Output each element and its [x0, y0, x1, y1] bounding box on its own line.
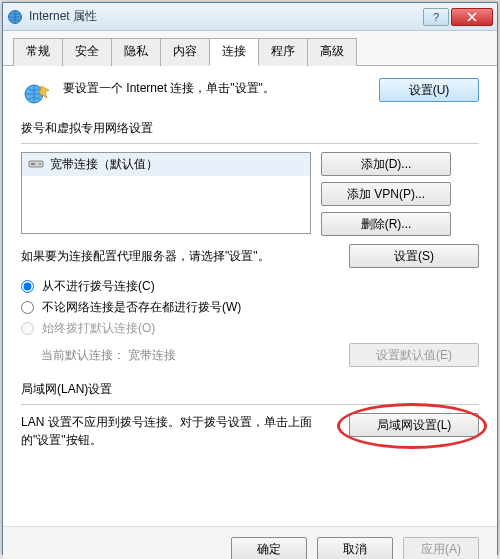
dial-list-row: 宽带连接（默认值） 添加(D)... 添加 VPN(P)... 删除(R)...: [21, 152, 479, 236]
radio-never-input[interactable]: [21, 280, 34, 293]
apply-button: 应用(A): [403, 537, 479, 559]
tab-privacy[interactable]: 隐私: [111, 38, 161, 66]
list-item[interactable]: 宽带连接（默认值）: [22, 153, 310, 176]
close-button[interactable]: [451, 8, 493, 26]
radio-whenever[interactable]: 不论网络连接是否存在都进行拨号(W): [21, 299, 479, 316]
internet-options-icon: [7, 9, 23, 25]
radio-always-input: [21, 322, 34, 335]
default-value: 宽带连接: [128, 348, 176, 362]
current-default-text: 当前默认连接： 宽带连接: [21, 347, 349, 364]
modem-icon: [28, 157, 44, 172]
radio-whenever-input[interactable]: [21, 301, 34, 314]
tab-advanced[interactable]: 高级: [307, 38, 357, 66]
help-button[interactable]: ?: [423, 8, 449, 26]
radio-never[interactable]: 从不进行拨号连接(C): [21, 278, 479, 295]
tab-panel-connections: 要设置一个 Internet 连接，单击"设置"。 设置(U) 拨号和虚拟专用网…: [3, 66, 497, 526]
dial-radios: 从不进行拨号连接(C) 不论网络连接是否存在都进行拨号(W) 始终拨打默认连接(…: [21, 278, 479, 337]
tab-programs[interactable]: 程序: [258, 38, 308, 66]
default-label: 当前默认连接：: [41, 348, 125, 362]
dial-group-label: 拨号和虚拟专用网络设置: [21, 120, 479, 137]
window-controls: ?: [423, 8, 493, 26]
tab-security[interactable]: 安全: [62, 38, 112, 66]
remove-button[interactable]: 删除(R)...: [321, 212, 451, 236]
tab-general[interactable]: 常规: [13, 38, 63, 66]
dialog-window: Internet 属性 ? 常规 安全 隐私 内容 连接 程序 高级 要设置一个…: [2, 2, 498, 555]
settings-button[interactable]: 设置(S): [349, 244, 479, 268]
connection-name: 宽带连接（默认值）: [50, 156, 158, 173]
tab-content[interactable]: 内容: [160, 38, 210, 66]
lan-settings-button[interactable]: 局域网设置(L): [349, 413, 479, 437]
default-row: 当前默认连接： 宽带连接 设置默认值(E): [21, 343, 479, 367]
connections-listbox[interactable]: 宽带连接（默认值）: [21, 152, 311, 234]
lan-row: LAN 设置不应用到拨号连接。对于拨号设置，单击上面的"设置"按钮。 局域网设置…: [21, 413, 479, 449]
add-vpn-button[interactable]: 添加 VPN(P)...: [321, 182, 451, 206]
setup-button[interactable]: 设置(U): [379, 78, 479, 102]
set-default-button: 设置默认值(E): [349, 343, 479, 367]
titlebar: Internet 属性 ?: [3, 3, 497, 31]
radio-always-default: 始终拨打默认连接(O): [21, 320, 479, 337]
ok-button[interactable]: 确定: [231, 537, 307, 559]
svg-rect-3: [31, 163, 35, 165]
radio-always-label: 始终拨打默认连接(O): [42, 320, 155, 337]
lan-group: 局域网(LAN)设置 LAN 设置不应用到拨号连接。对于拨号设置，单击上面的"设…: [21, 381, 479, 449]
globe-connect-icon: [21, 78, 53, 110]
svg-point-4: [39, 163, 41, 165]
window-title: Internet 属性: [29, 8, 423, 25]
radio-whenever-label: 不论网络连接是否存在都进行拨号(W): [42, 299, 241, 316]
list-buttons: 添加(D)... 添加 VPN(P)... 删除(R)...: [321, 152, 451, 236]
tab-strip: 常规 安全 隐私 内容 连接 程序 高级: [3, 31, 497, 66]
add-button[interactable]: 添加(D)...: [321, 152, 451, 176]
divider: [21, 143, 479, 144]
setup-row: 要设置一个 Internet 连接，单击"设置"。 设置(U): [21, 78, 479, 110]
radio-never-label: 从不进行拨号连接(C): [42, 278, 155, 295]
divider: [21, 404, 479, 405]
tab-connections[interactable]: 连接: [209, 38, 259, 66]
proxy-row: 如果要为连接配置代理服务器，请选择"设置"。 设置(S): [21, 244, 479, 268]
lan-group-label: 局域网(LAN)设置: [21, 381, 479, 398]
proxy-text: 如果要为连接配置代理服务器，请选择"设置"。: [21, 248, 349, 265]
setup-text: 要设置一个 Internet 连接，单击"设置"。: [63, 78, 379, 97]
dialog-footer: 确定 取消 应用(A): [3, 526, 497, 559]
lan-text: LAN 设置不应用到拨号连接。对于拨号设置，单击上面的"设置"按钮。: [21, 413, 339, 449]
cancel-button[interactable]: 取消: [317, 537, 393, 559]
